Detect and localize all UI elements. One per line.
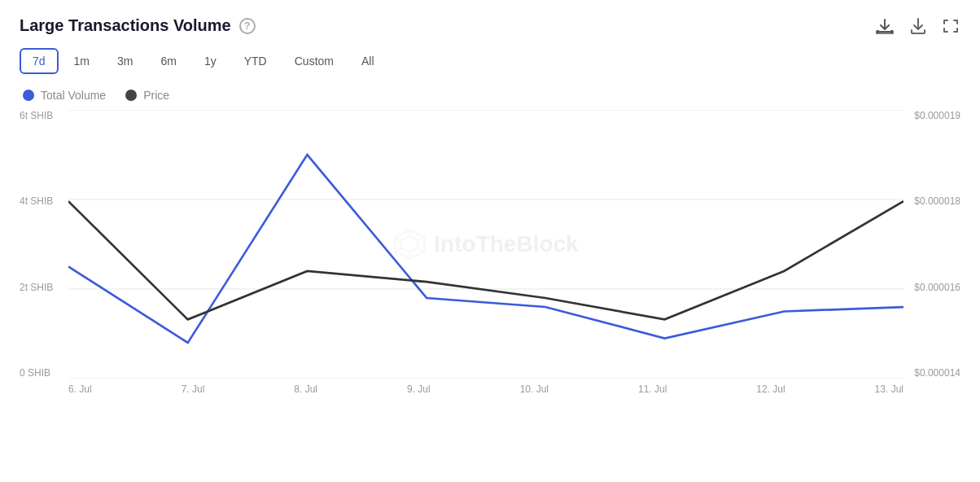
filter-all[interactable]: All: [349, 49, 387, 73]
download-icon[interactable]: [908, 17, 928, 35]
x-label-7jul: 7. Jul: [182, 383, 205, 395]
download-button[interactable]: ⬇: [874, 17, 895, 35]
expand-button[interactable]: [941, 17, 960, 35]
y-label-2t: 2t SHIB: [20, 282, 53, 293]
chart-title: Large Transactions Volume: [20, 16, 231, 35]
filter-ytd[interactable]: YTD: [232, 49, 279, 73]
y-label-18: $0.000018: [914, 195, 960, 207]
chart-header: Large Transactions Volume ? ⬇: [20, 16, 960, 35]
filter-1y[interactable]: 1y: [192, 49, 229, 73]
filter-6m[interactable]: 6m: [148, 49, 188, 73]
x-label-8jul: 8. Jul: [294, 383, 317, 395]
x-label-10jul: 10. Jul: [520, 383, 549, 395]
filter-3m[interactable]: 3m: [105, 49, 145, 73]
help-icon[interactable]: ?: [239, 18, 256, 34]
header-right: ⬇: [874, 17, 960, 35]
blue-line: [68, 155, 903, 343]
filter-custom[interactable]: Custom: [282, 49, 346, 73]
time-filter-bar: 7d 1m 3m 6m 1y YTD Custom All: [20, 48, 960, 74]
main-container: Large Transactions Volume ? ⬇: [0, 0, 980, 482]
legend-dot-volume: [23, 90, 34, 101]
legend-dot-price: [125, 90, 137, 101]
header-left: Large Transactions Volume ?: [20, 16, 256, 35]
y-label-0: 0 SHIB: [20, 367, 53, 379]
legend-total-volume: Total Volume: [23, 89, 106, 102]
x-label-11jul: 11. Jul: [638, 383, 667, 395]
x-label-6jul: 6. Jul: [68, 383, 92, 395]
y-label-6t: 6t SHIB: [20, 110, 53, 121]
legend-price: Price: [125, 89, 169, 102]
x-label-13jul: 13. Jul: [875, 383, 903, 395]
x-label-12jul: 12. Jul: [756, 383, 785, 395]
x-axis: 6. Jul 7. Jul 8. Jul 9. Jul 10. Jul 11. …: [68, 379, 903, 403]
legend-label-price: Price: [143, 89, 169, 102]
legend-label-volume: Total Volume: [41, 89, 106, 102]
chart-legend: Total Volume Price: [23, 89, 960, 102]
y-axis-right: $0.000019 $0.000018 $0.000016 $0.000014: [914, 110, 960, 403]
x-label-9jul: 9. Jul: [407, 383, 431, 395]
filter-7d[interactable]: 7d: [20, 48, 59, 74]
y-axis-left: 6t SHIB 4t SHIB 2t SHIB 0 SHIB: [20, 110, 53, 403]
y-label-19: $0.000019: [914, 110, 960, 121]
filter-1m[interactable]: 1m: [62, 49, 102, 73]
y-label-4t: 4t SHIB: [20, 195, 53, 207]
y-label-16: $0.000016: [914, 282, 960, 293]
chart-area: 6t SHIB 4t SHIB 2t SHIB 0 SHIB $0.000019…: [20, 110, 960, 403]
chart-svg-container: IntoTheBlock: [68, 110, 903, 379]
y-label-14: $0.000014: [914, 367, 960, 379]
chart-svg: [68, 110, 903, 379]
